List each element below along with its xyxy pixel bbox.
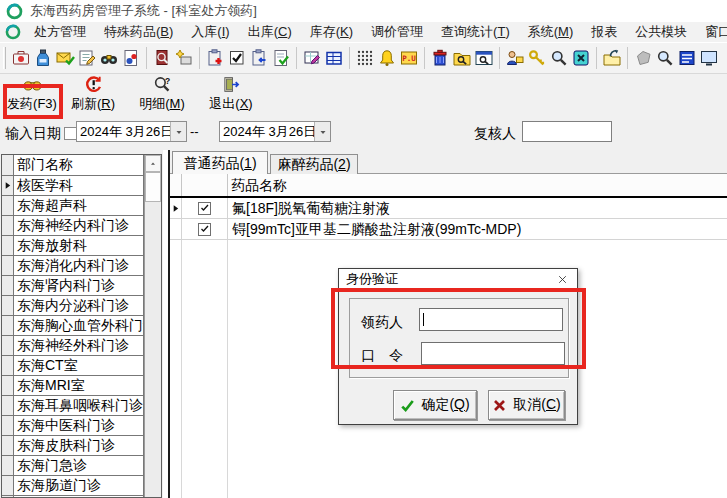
department-row[interactable]: 东海神经外科门诊 (2, 336, 144, 356)
action-button-detail[interactable]: ?明细(M) (132, 75, 192, 119)
drug-name[interactable]: 锝[99mTc]亚甲基二膦酸盐注射液(99mTc-MDP) (228, 219, 727, 240)
row-checkbox[interactable] (198, 223, 211, 236)
department-row[interactable]: 东海消化内科门诊 (2, 256, 144, 276)
confirm-button[interactable]: 确定(Q) (393, 390, 477, 420)
checked-box-icon[interactable] (226, 46, 248, 70)
department-row[interactable]: 东海内分泌科门诊 (2, 296, 144, 316)
department-name[interactable]: 东海神经内科门诊 (14, 216, 144, 236)
department-row[interactable]: 东海皮肤科门诊 (2, 436, 144, 456)
department-name[interactable]: 东海胸心血管外科门诊 (14, 316, 144, 336)
department-name[interactable]: 东海放射科 (14, 236, 144, 256)
menu-item[interactable]: 库存(K) (301, 22, 362, 42)
drug-row[interactable]: 氟[18F]脱氧葡萄糖注射液 (170, 198, 727, 219)
department-row[interactable]: 东海耳鼻咽喉科门诊 (2, 396, 144, 416)
drug-name[interactable]: 氟[18F]脱氧葡萄糖注射液 (228, 198, 727, 219)
binoculars-icon[interactable] (98, 46, 120, 70)
drug-row[interactable]: 锝[99mTc]亚甲基二膦酸盐注射液(99mTc-MDP) (170, 219, 727, 240)
password-input[interactable] (421, 342, 565, 365)
department-row[interactable]: 东海肾内科门诊 (2, 276, 144, 296)
department-row[interactable]: 东海放射科 (2, 236, 144, 256)
department-row[interactable]: 东海神经内科门诊 (2, 216, 144, 236)
list-box-icon[interactable] (676, 46, 698, 70)
action-button-refresh[interactable]: 刷新(R) (64, 75, 122, 119)
date-to-picker[interactable]: 2024年 3月26日 (219, 121, 331, 142)
row-checkbox[interactable] (198, 202, 211, 215)
trash-icon[interactable] (429, 46, 451, 70)
clipboard-add-icon[interactable] (204, 46, 226, 70)
menu-item[interactable]: 处方管理 (25, 22, 95, 42)
department-name[interactable]: 核医学科 (14, 176, 144, 196)
department-row[interactable]: 核医学科 (2, 176, 144, 196)
department-row[interactable]: 东海超声科 (2, 196, 144, 216)
cancel-button[interactable]: 取消(C) (488, 390, 565, 420)
department-name[interactable]: 东海神经外科门诊 (14, 336, 144, 356)
folder-export-icon[interactable] (601, 46, 623, 70)
clipboard-send-icon[interactable] (248, 46, 270, 70)
department-row[interactable]: 东海胸心血管外科门诊 (2, 316, 144, 336)
department-name[interactable]: 东海耳鼻咽喉科门诊 (14, 396, 144, 416)
stamp-icon[interactable] (632, 46, 654, 70)
magnifier-icon[interactable] (548, 46, 570, 70)
key-icon[interactable] (526, 46, 548, 70)
menu-item[interactable]: 出库(C) (239, 22, 301, 42)
action-button-exit[interactable]: 退出(X) (202, 75, 260, 119)
date-from-picker[interactable]: 2024年 3月26日 (76, 121, 187, 142)
mail-check-icon[interactable] (54, 46, 76, 70)
department-row[interactable]: 东海CT室 (2, 356, 144, 376)
department-row[interactable]: 东海MRI室 (2, 376, 144, 396)
window-search-icon[interactable] (473, 46, 495, 70)
toolbar-grip[interactable] (3, 47, 6, 69)
doc-check-icon[interactable] (270, 46, 292, 70)
pu-box-icon[interactable]: P.U (398, 46, 420, 70)
scrollbar-thumb[interactable] (145, 172, 161, 202)
chevron-down-icon[interactable] (314, 122, 330, 141)
doc-settings-icon[interactable] (120, 46, 142, 70)
new-item-icon[interactable] (173, 46, 195, 70)
department-row[interactable]: 东海中医科门诊 (2, 416, 144, 436)
department-name[interactable]: 东海MRI室 (14, 376, 144, 396)
department-name[interactable]: 东海超声科 (14, 196, 144, 216)
department-name[interactable]: 东海肠道门诊 (14, 476, 144, 496)
picker-name-input[interactable] (419, 308, 563, 331)
sidebar-scrollbar[interactable] (144, 155, 161, 497)
bell-icon[interactable] (376, 46, 398, 70)
scrollbar-up-icon[interactable] (145, 155, 161, 172)
dots-grid-icon[interactable] (354, 46, 376, 70)
person-folder-icon[interactable] (504, 46, 526, 70)
folder-search-icon[interactable] (451, 46, 473, 70)
menu-item[interactable]: 窗口(W) (696, 22, 727, 42)
department-row-partial (2, 496, 144, 497)
menu-item[interactable]: 系统(M) (519, 22, 583, 42)
search-doc-icon[interactable] (151, 46, 173, 70)
grid-edit-icon[interactable] (301, 46, 323, 70)
monitor-icon[interactable] (698, 46, 720, 70)
menu-item[interactable]: 查询统计(T) (432, 22, 519, 42)
department-name[interactable]: 东海皮肤科门诊 (14, 436, 144, 456)
tab-narcotic-drugs[interactable]: 麻醉药品(2) (270, 154, 358, 174)
tab-normal-drugs[interactable]: 普通药品(1) (172, 151, 268, 174)
reviewer-input[interactable] (522, 121, 612, 142)
menu-item[interactable]: 调价管理 (362, 22, 432, 42)
department-name[interactable]: 东海消化内科门诊 (14, 256, 144, 276)
department-name[interactable]: 东海中医科门诊 (14, 416, 144, 436)
medicine-bottle-icon[interactable] (32, 46, 54, 70)
menu-item[interactable]: 入库(I) (182, 22, 238, 42)
chevron-down-icon[interactable] (170, 122, 186, 141)
magnifier2-icon[interactable] (654, 46, 676, 70)
department-row[interactable]: 东海门急诊 (2, 456, 144, 476)
department-name[interactable]: 东海肾内科门诊 (14, 276, 144, 296)
grid-blue-icon[interactable] (323, 46, 345, 70)
department-row[interactable]: 东海肠道门诊 (2, 476, 144, 496)
close-box-icon[interactable] (570, 46, 592, 70)
department-name[interactable]: 东海CT室 (14, 356, 144, 376)
note-edit-icon[interactable] (76, 46, 98, 70)
close-icon[interactable] (554, 272, 570, 287)
menu-item[interactable]: 公共模块 (626, 22, 696, 42)
department-name[interactable]: 东海内分泌科门诊 (14, 296, 144, 316)
department-name[interactable]: 东海门急诊 (14, 456, 144, 476)
menu-item[interactable]: 特殊药品(B) (95, 22, 182, 42)
menu-item[interactable]: 报表 (582, 22, 626, 42)
dialog-title-bar[interactable]: 身份验证 (339, 269, 577, 290)
action-button-dispense[interactable]: 发药(F3) (4, 75, 60, 119)
first-aid-kit-icon[interactable] (10, 46, 32, 70)
